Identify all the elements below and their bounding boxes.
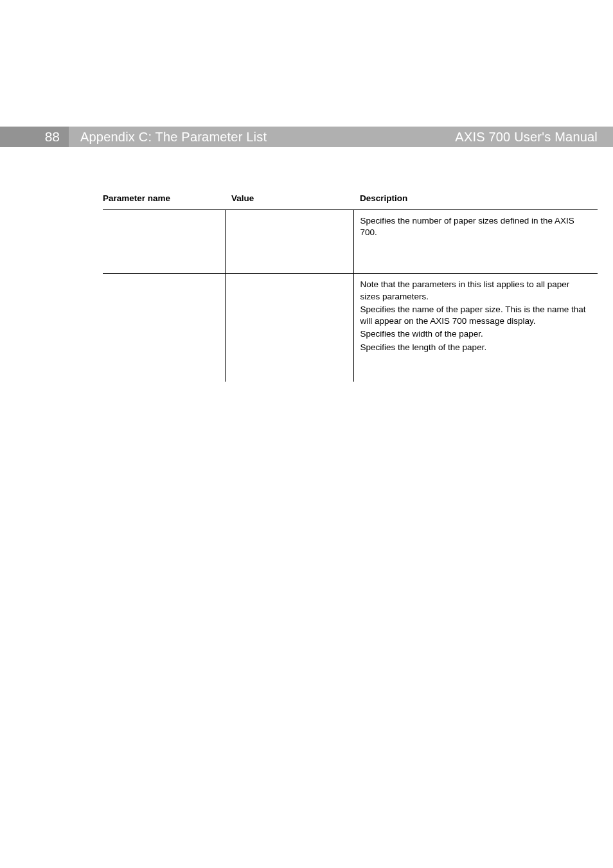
description-text: Specifies the number of paper sizes defi…	[360, 215, 592, 238]
parameter-table: Parameter name Value Description Specifi…	[103, 190, 598, 382]
content-area: Parameter name Value Description Specifi…	[0, 147, 613, 382]
appendix-title: Appendix C: The Parameter List	[69, 127, 427, 147]
page-number: 88	[0, 127, 69, 147]
document-page: 88 Appendix C: The Parameter List AXIS 7…	[0, 0, 613, 868]
table-row: Note that the parameters in this list ap…	[103, 274, 598, 382]
table-header-row: Parameter name Value Description	[103, 190, 598, 210]
description-text: Specifies the width of the paper.	[360, 328, 592, 340]
header-description: Description	[353, 190, 598, 210]
cell-parameter-name	[103, 274, 225, 382]
header-parameter-name: Parameter name	[103, 190, 225, 210]
cell-value	[225, 274, 353, 382]
cell-description: Specifies the number of paper sizes defi…	[353, 210, 598, 274]
description-text: Specifies the length of the paper.	[360, 342, 592, 353]
cell-value	[225, 210, 353, 274]
cell-parameter-name	[103, 210, 225, 274]
description-text: Specifies the name of the paper size. Th…	[360, 304, 592, 327]
header-value: Value	[225, 190, 353, 210]
header-bar: 88 Appendix C: The Parameter List AXIS 7…	[0, 127, 613, 147]
manual-title: AXIS 700 User's Manual	[427, 127, 613, 147]
table-row: Specifies the number of paper sizes defi…	[103, 210, 598, 274]
cell-description: Note that the parameters in this list ap…	[353, 274, 598, 382]
description-text: Note that the parameters in this list ap…	[360, 279, 592, 302]
